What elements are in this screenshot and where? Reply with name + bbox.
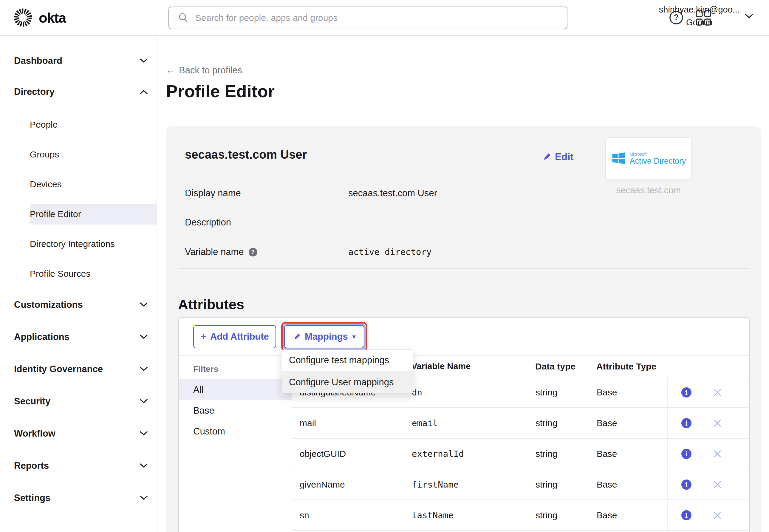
delete-attribute-button[interactable] [713, 511, 722, 520]
main-content: ← Back to profiles Profile Editor secaas… [157, 36, 769, 532]
add-attribute-button[interactable]: + Add Attribute [193, 325, 276, 348]
edit-button[interactable]: Edit [542, 151, 573, 163]
mappings-label: Mappings [305, 331, 348, 342]
active-directory-tile[interactable]: Microsoft Active Directory [605, 137, 692, 180]
sidebar-nav: Dashboard Directory People Groups Device… [0, 36, 157, 532]
row-actions: i [667, 469, 749, 499]
caret-down-icon: ▾ [352, 333, 356, 340]
filter-option-all[interactable]: All [179, 379, 292, 400]
filter-option-custom[interactable]: Custom [179, 421, 292, 442]
close-icon [713, 388, 722, 397]
sidebar-item-people[interactable]: People [0, 110, 157, 140]
sidebar-item-directory-integrations[interactable]: Directory Integrations [0, 229, 157, 259]
filter-option-base[interactable]: Base [179, 400, 292, 421]
sidebar-item-label: Security [14, 396, 50, 407]
topbar: okta ? shinhyae.kim@g [0, 0, 769, 36]
attributes-panel: + Add Attribute Mappings ▾ [178, 317, 750, 532]
close-icon [713, 449, 722, 458]
info-icon[interactable]: i [681, 387, 691, 398]
mappings-button[interactable]: Mappings ▾ [284, 325, 364, 348]
attribute-data-type: string [528, 439, 588, 469]
sidebar-item-label: Profile Sources [30, 269, 90, 279]
table-row: objectGUID externalId string Base i [292, 439, 749, 469]
okta-logo[interactable]: okta [13, 0, 66, 35]
delete-attribute-button[interactable] [713, 480, 722, 489]
menu-item-configure-user-mappings[interactable]: Configure User mappings [282, 371, 413, 393]
page-title: Profile Editor [166, 81, 275, 101]
active-directory-wordmark: Microsoft Active Directory [629, 152, 686, 165]
attribute-variable-name: firstName [404, 469, 528, 499]
sidebar-item-reports[interactable]: Reports [0, 450, 157, 482]
sidebar-item-dashboard[interactable]: Dashboard [0, 45, 157, 76]
account-email: shinhyae.kim@goo... [659, 5, 740, 15]
info-icon[interactable]: i [681, 449, 691, 459]
attribute-variable-name: externalId [404, 439, 528, 469]
info-icon[interactable]: i [681, 480, 691, 490]
display-name-row: Display name secaas.test.com User [185, 188, 437, 199]
info-icon[interactable]: i [681, 510, 691, 520]
variable-name-label: Variable name [185, 247, 244, 257]
row-actions: i [667, 377, 749, 407]
vendor-label: Microsoft [629, 152, 686, 156]
data-type-column-header: Data type [528, 356, 588, 377]
sidebar-item-label: People [30, 120, 58, 130]
field-label: Description [185, 217, 348, 228]
chevron-down-icon [745, 13, 753, 19]
sidebar-item-label: Directory Integrations [30, 239, 115, 249]
profile-name: secaas.test.com User [185, 148, 307, 161]
delete-attribute-button[interactable] [713, 419, 722, 428]
sidebar-item-groups[interactable]: Groups [0, 140, 157, 169]
info-icon[interactable]: i [681, 418, 691, 428]
sidebar-item-devices[interactable]: Devices [0, 169, 157, 199]
attribute-display-name: givenName [292, 469, 404, 499]
sidebar-item-workflow[interactable]: Workflow [0, 417, 157, 450]
delete-attribute-button[interactable] [713, 388, 722, 397]
account-org: Goorm [686, 18, 713, 27]
table-row: sn lastName string Base i [292, 500, 749, 531]
sidebar-item-label: Dashboard [14, 55, 62, 66]
section-divider [178, 268, 749, 269]
sidebar-item-label: Customizations [14, 299, 83, 310]
profile-section-card: secaas.test.com User Edit Display name s… [166, 126, 761, 532]
attribute-data-type: string [528, 377, 588, 407]
variable-name-row: Variable name ? active_directory [185, 247, 431, 257]
field-label: Display name [185, 188, 348, 199]
pencil-icon [293, 333, 301, 341]
close-icon [713, 419, 722, 428]
attribute-variable-name: dn [404, 377, 528, 407]
sidebar-item-identity-governance[interactable]: Identity Governance [0, 353, 157, 385]
row-actions: i [667, 439, 749, 469]
chevron-down-icon [140, 58, 148, 63]
chevron-down-icon [140, 367, 148, 372]
menu-item-configure-test-mappings[interactable]: Configure test mappings [282, 350, 413, 371]
sidebar-item-directory[interactable]: Directory [0, 76, 157, 107]
back-to-profiles-link[interactable]: ← Back to profiles [166, 65, 242, 76]
chevron-down-icon [140, 335, 148, 339]
sidebar-item-settings[interactable]: Settings [0, 482, 157, 514]
delete-attribute-button[interactable] [713, 449, 722, 458]
help-tooltip-icon[interactable]: ? [249, 248, 257, 256]
sidebar-item-label: Reports [14, 460, 49, 471]
account-identity: shinhyae.kim@goo... Goorm [659, 5, 740, 27]
attributes-toolbar: + Add Attribute Mappings ▾ [179, 318, 749, 356]
sidebar-item-profile-editor[interactable]: Profile Editor [0, 199, 157, 229]
sidebar-item-applications[interactable]: Applications [0, 321, 157, 353]
global-search[interactable] [168, 7, 567, 29]
edit-label: Edit [555, 151, 573, 163]
okta-admin-console: okta ? shinhyae.kim@g [0, 0, 769, 532]
description-label: Description [185, 217, 231, 228]
account-menu[interactable]: shinhyae.kim@goo... Goorm [659, 5, 753, 27]
chevron-down-icon [140, 302, 148, 307]
table-row: givenName firstName string Base i [292, 469, 749, 500]
search-input[interactable] [195, 13, 561, 23]
plus-icon: + [200, 331, 206, 342]
attribute-type: Base [588, 377, 667, 407]
sidebar-item-customizations[interactable]: Customizations [0, 289, 157, 321]
row-actions: i [667, 500, 749, 530]
back-arrow-icon: ← [166, 65, 175, 76]
sidebar-item-profile-sources[interactable]: Profile Sources [0, 259, 157, 289]
description-row: Description [185, 217, 348, 228]
chevron-down-icon [140, 399, 148, 404]
actions-column-header [667, 356, 749, 377]
sidebar-item-security[interactable]: Security [0, 385, 157, 417]
